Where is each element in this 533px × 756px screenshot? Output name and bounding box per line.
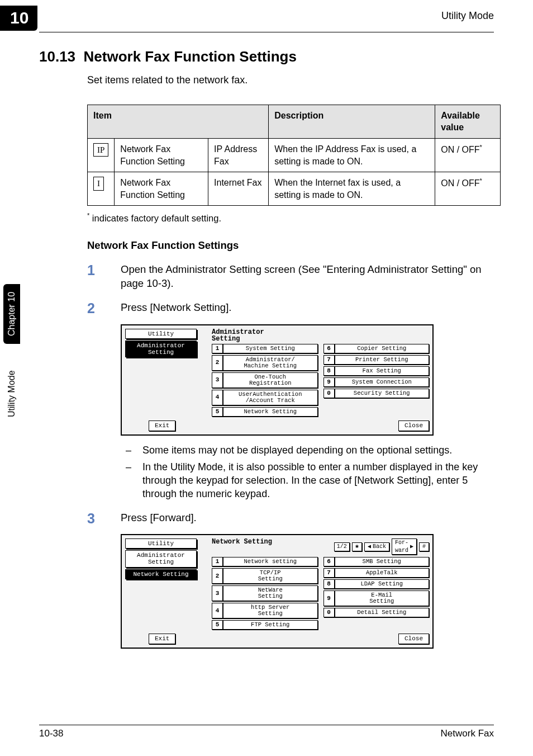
- th-available: Available value: [435, 105, 501, 138]
- bullet-text: Some items may not be displayed dependin…: [142, 443, 452, 457]
- bullet-text: In the Utility Mode, it is also possible…: [142, 460, 494, 501]
- section-title: 10.13 Network Fax Function Settings: [39, 47, 494, 67]
- table-row: IP Network Fax Function Setting IP Addre…: [88, 139, 501, 172]
- close-button[interactable]: Close: [398, 634, 429, 644]
- screen-title: Administrator Setting: [212, 329, 429, 342]
- cell: Network Fax Function Setting: [115, 172, 208, 206]
- cell: Network Fax Function Setting: [115, 139, 208, 172]
- admin-setting-tab[interactable]: Administrator Setting: [125, 550, 197, 567]
- cell: When the IP Address Fax is used, a setti…: [269, 139, 435, 172]
- menu-item[interactable]: 5Network Setting: [212, 407, 318, 417]
- cell: Internet Fax: [208, 172, 269, 206]
- exit-button[interactable]: Exit: [149, 634, 175, 644]
- admin-setting-screenshot: Utility Administrator Setting Administra…: [121, 324, 434, 436]
- i-icon: I: [93, 177, 104, 190]
- step-text: Press [Forward].: [121, 511, 494, 527]
- header-mode-label: Utility Mode: [441, 6, 494, 22]
- footer-section-name: Network Fax: [441, 727, 494, 740]
- menu-item[interactable]: 7AppleTalk: [323, 568, 430, 578]
- cell: When the Internet fax is used, a setting…: [269, 172, 435, 206]
- network-setting-screenshot: Utility Administrator Setting Network Se…: [121, 534, 434, 649]
- network-setting-tab[interactable]: Network Setting: [125, 569, 197, 579]
- star-key-icon[interactable]: ✱: [352, 542, 362, 551]
- th-description: Description: [269, 105, 435, 138]
- section-title-text: Network Fax Function Settings: [84, 48, 297, 65]
- footer-page-number: 10-38: [39, 727, 63, 740]
- step-number: 3: [87, 511, 121, 527]
- menu-item[interactable]: 9System Connection: [323, 377, 430, 387]
- menu-item[interactable]: 6Copier Setting: [323, 344, 430, 353]
- admin-setting-tab[interactable]: Administrator Setting: [125, 341, 197, 357]
- screen-title: Network Setting: [212, 538, 272, 545]
- side-tab-chapter: Chapter 10: [3, 284, 20, 344]
- menu-item[interactable]: 4http Server Setting: [212, 603, 318, 618]
- menu-item[interactable]: 0Detail Setting: [323, 608, 430, 617]
- section-number: 10.13: [39, 48, 75, 65]
- menu-item[interactable]: 6SMB Setting: [323, 557, 430, 566]
- exit-button[interactable]: Exit: [149, 420, 175, 431]
- section-intro: Set items related to the network fax.: [87, 73, 494, 87]
- cell: ON / OFF*: [435, 139, 501, 172]
- page-indicator: 1/2: [334, 542, 350, 551]
- menu-item[interactable]: 3NetWare Setting: [212, 585, 318, 601]
- menu-item[interactable]: 7Printer Setting: [323, 355, 430, 365]
- step-number: 2: [87, 301, 121, 316]
- menu-item[interactable]: 3One-Touch Registration: [212, 372, 318, 388]
- cell: ON / OFF*: [435, 172, 501, 206]
- menu-item[interactable]: 1System Setting: [212, 344, 318, 353]
- forward-button[interactable]: For- ward ▶: [392, 538, 417, 555]
- menu-item[interactable]: 8LDAP Setting: [323, 579, 430, 589]
- chapter-number-badge: 10: [0, 6, 37, 31]
- page-footer: 10-38 Network Fax: [39, 725, 494, 740]
- procedure-heading: Network Fax Function Settings: [87, 239, 494, 253]
- th-item: Item: [88, 105, 269, 138]
- menu-item[interactable]: 5FTP Setting: [212, 620, 318, 630]
- step-text: Press [Network Setting].: [121, 301, 494, 316]
- utility-tab[interactable]: Utility: [125, 538, 197, 549]
- menu-item[interactable]: 0Security Setting: [323, 389, 430, 398]
- menu-item[interactable]: 9E-Mail Setting: [323, 590, 430, 606]
- menu-item[interactable]: 2TCP/IP Setting: [212, 568, 318, 584]
- step-number: 1: [87, 263, 121, 291]
- settings-table: Item Description Available value IP Netw…: [87, 105, 501, 206]
- header-rule: [39, 32, 494, 32]
- side-tab-mode: Utility Mode: [3, 362, 20, 425]
- ip-icon: IP: [93, 143, 108, 157]
- footnote: * indicates factory default setting.: [87, 211, 494, 224]
- menu-item[interactable]: 1Network setting: [212, 557, 318, 566]
- menu-item[interactable]: 8Fax Setting: [323, 366, 430, 376]
- menu-item[interactable]: 2Administrator/ Machine Setting: [212, 355, 318, 371]
- menu-item[interactable]: 4UserAuthentication /Account Track: [212, 390, 318, 405]
- hash-key-icon[interactable]: #: [419, 542, 429, 551]
- cell: IP Address Fax: [208, 139, 269, 172]
- close-button[interactable]: Close: [398, 420, 429, 431]
- step-text: Open the Administrator Setting screen (S…: [121, 263, 494, 291]
- back-button[interactable]: ◀ Back: [364, 542, 389, 551]
- table-row: I Network Fax Function Setting Internet …: [88, 172, 501, 206]
- utility-tab[interactable]: Utility: [125, 329, 197, 339]
